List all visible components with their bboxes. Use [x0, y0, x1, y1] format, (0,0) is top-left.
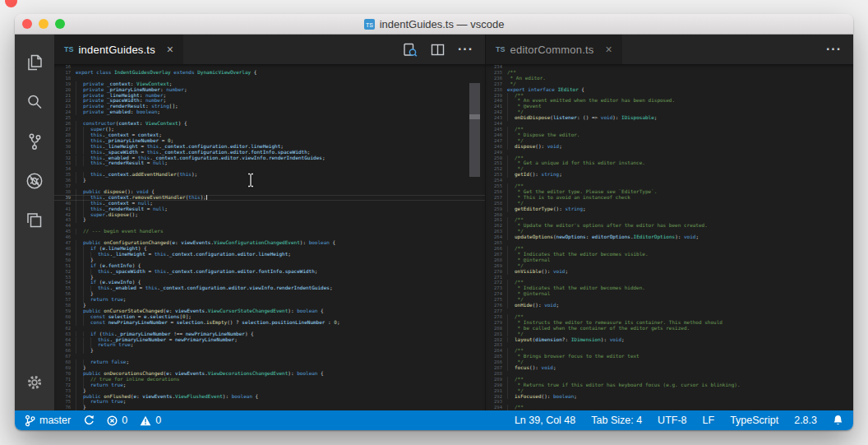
code-line[interactable]: 285 * Brings browser focus to the editor…: [486, 354, 853, 359]
errors-status[interactable]: 0: [107, 415, 127, 426]
encoding-status[interactable]: UTF-8: [658, 415, 686, 426]
code-line[interactable]: 75return true;: [54, 399, 485, 405]
code-line[interactable]: 274 * @internal: [486, 291, 853, 297]
code-line[interactable]: 251 * Get a unique id for this editor in…: [486, 160, 853, 166]
more-actions-icon[interactable]: ···: [826, 43, 842, 56]
code-line[interactable]: 257 * This is to avoid an instanceof che…: [486, 195, 853, 201]
code-editor-indentguides[interactable]: 1617export class IndentGuidesOverlay ext…: [54, 64, 485, 410]
code-line[interactable]: 259getEditorType(): string;: [486, 206, 853, 212]
code-line[interactable]: 68return false;: [54, 359, 485, 365]
line-number: 245: [486, 127, 507, 132]
line-number: 269: [486, 263, 507, 269]
code-line[interactable]: 52this._spaceWidth = this._context.confi…: [54, 269, 485, 275]
tab-indentguides-ts[interactable]: TS indentGuides.ts ×: [54, 35, 183, 64]
code-line[interactable]: 249: [486, 150, 853, 155]
source-control-icon[interactable]: [15, 122, 54, 161]
code-line[interactable]: 26constructor(context: ViewContext) {: [54, 121, 485, 127]
tab-size-status[interactable]: Tab Size: 4: [591, 415, 642, 426]
code-line[interactable]: 72return true;: [54, 382, 485, 388]
split-editor-icon[interactable]: [430, 42, 446, 58]
line-number: 44: [54, 223, 76, 229]
code-line[interactable]: 234: [486, 64, 853, 70]
code-line[interactable]: 292isFocused(): boolean;: [486, 394, 853, 400]
notifications-bell-icon[interactable]: [833, 415, 843, 426]
code-line[interactable]: 287focus(): void;: [486, 365, 853, 371]
code-line[interactable]: 238export interface IEditor {: [486, 87, 853, 93]
code-line[interactable]: 236 * An editor.: [486, 76, 853, 81]
code-line[interactable]: 265: [486, 240, 853, 246]
eol-status[interactable]: LF: [703, 415, 715, 426]
more-actions-icon[interactable]: ···: [458, 43, 473, 56]
code-line[interactable]: 36}: [54, 178, 485, 183]
code-line[interactable]: 65return true;: [54, 342, 485, 348]
line-number: 235: [486, 70, 507, 76]
code-line[interactable]: 241 * @event: [486, 104, 853, 109]
code-line[interactable]: 277: [486, 308, 853, 314]
code-editor-editorcommon[interactable]: 234235/**236 * An editor.237 */238export…: [486, 64, 853, 410]
status-bar: master 0 0 Ln 39, Col 48 Tab Size: 4 UTF…: [15, 410, 853, 430]
code-line[interactable]: 253getId(): string;: [486, 172, 853, 178]
extensions-icon[interactable]: [15, 201, 54, 240]
line-number: 69: [54, 365, 76, 371]
titlebar[interactable]: TS indentGuides.ts — vscode: [15, 14, 853, 35]
code-line[interactable]: 24private _enabled: boolean;: [54, 109, 485, 115]
line-number: 32: [54, 155, 76, 161]
code-line[interactable]: 17export class IndentGuidesOverlay exten…: [54, 70, 485, 76]
code-text: * Dispose the editor.: [507, 132, 853, 138]
code-line[interactable]: 76}: [54, 405, 485, 410]
code-line[interactable]: 49this._lineHeight = this._context.confi…: [54, 252, 485, 257]
code-line[interactable]: 248dispose(): void;: [486, 144, 853, 150]
code-line[interactable]: 294/**: [486, 405, 853, 410]
minimize-window-button[interactable]: [39, 19, 48, 29]
code-line[interactable]: 293: [486, 399, 853, 405]
code-line[interactable]: 35this._context.addEventHandler(this);: [54, 172, 485, 178]
code-line[interactable]: 61const newPrimaryLineNumber = selection…: [54, 320, 485, 326]
search-icon[interactable]: [15, 82, 54, 122]
code-line[interactable]: 42super.dispose();: [54, 212, 485, 218]
explorer-icon[interactable]: [15, 43, 54, 82]
code-line[interactable]: 290 * Returns true if this editor has ke…: [486, 382, 853, 388]
code-line[interactable]: 288: [486, 371, 853, 377]
code-line[interactable]: 268 * @internal: [486, 257, 853, 263]
code-text: */: [507, 297, 853, 303]
close-window-button[interactable]: [22, 19, 32, 29]
code-line[interactable]: 282layout(dimension?: IDimension): void;: [486, 337, 853, 343]
code-line[interactable]: 57return true;: [54, 297, 485, 303]
code-line[interactable]: 271: [486, 275, 853, 280]
code-line[interactable]: 264updateOptions(newOptions: editorOptio…: [486, 234, 853, 240]
code-line[interactable]: 254: [486, 178, 853, 183]
line-number: 76: [54, 405, 76, 410]
typescript-version-status[interactable]: 2.8.3: [794, 415, 817, 426]
code-line[interactable]: 33this._renderResult = null;: [54, 160, 485, 166]
code-line[interactable]: 243onDidDispose(listener: () => void): I…: [486, 115, 853, 121]
code-text: onDidDispose(listener: () => void): IDis…: [507, 115, 853, 121]
code-line[interactable]: 270onVisible(): void;: [486, 269, 853, 275]
code-line[interactable]: 280 * be called when the container of th…: [486, 326, 853, 331]
debug-icon[interactable]: [15, 161, 54, 201]
code-line[interactable]: 246 * Dispose the editor.: [486, 132, 853, 138]
code-line[interactable]: 43}: [54, 217, 485, 223]
editor-scrollbar[interactable]: [469, 83, 480, 177]
line-number: 253: [486, 172, 507, 178]
code-line[interactable]: 283: [486, 342, 853, 348]
code-line[interactable]: 260: [486, 212, 853, 218]
code-line[interactable]: 276onHide(): void;: [486, 303, 853, 308]
settings-gear-icon[interactable]: [15, 363, 54, 402]
tab-editorcommon-ts[interactable]: TS editorCommon.ts ×: [486, 35, 622, 64]
sync-status[interactable]: [83, 415, 95, 426]
code-line[interactable]: 66}: [54, 348, 485, 354]
code-line[interactable]: 244: [486, 121, 853, 127]
open-preview-icon[interactable]: [402, 42, 418, 58]
line-number: 239: [486, 93, 507, 99]
cursor-position-status[interactable]: Ln 39, Col 48: [515, 415, 575, 426]
language-status[interactable]: TypeScript: [730, 415, 778, 426]
close-tab-icon[interactable]: ×: [167, 43, 173, 56]
zoom-window-button[interactable]: [55, 19, 65, 29]
code-line[interactable]: 45// --- begin event handlers: [54, 229, 485, 234]
git-branch-status[interactable]: master: [25, 415, 71, 427]
warnings-status[interactable]: 0: [140, 415, 161, 426]
close-tab-icon[interactable]: ×: [606, 43, 612, 56]
line-number: 26: [54, 121, 76, 127]
code-line[interactable]: 55this._enabled = this._context.configur…: [54, 285, 485, 291]
code-line[interactable]: 262 * Update the editor's options after …: [486, 223, 853, 229]
